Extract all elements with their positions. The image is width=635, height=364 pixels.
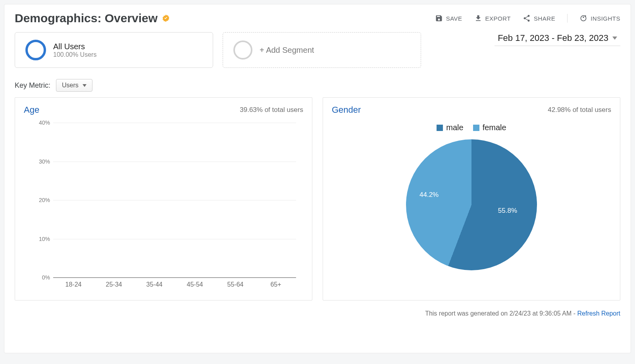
gender-pie-chart: 44.2% 55.8% <box>406 139 537 270</box>
page-title: Demographics: Overview <box>15 12 170 25</box>
verified-badge-icon <box>162 14 170 23</box>
pie-label-female: 44.2% <box>419 191 439 199</box>
save-icon <box>435 14 443 22</box>
toolbar-actions: SAVE EXPORT SHARE INSIGHTS <box>435 14 620 23</box>
x-tick-label: 45-54 <box>175 281 215 288</box>
svg-point-1 <box>583 17 584 18</box>
segment-row: All Users 100.00% Users + Add Segment Fe… <box>4 28 631 68</box>
refresh-report-link[interactable]: Refresh Report <box>577 310 621 317</box>
x-tick-label: 18-24 <box>53 281 94 288</box>
key-metric-select[interactable]: Users <box>56 79 92 92</box>
age-panel-sub: 39.63% of total users <box>240 106 303 114</box>
gender-panel: Gender 42.98% of total users male female… <box>323 97 620 300</box>
age-bars <box>53 123 296 278</box>
share-button[interactable]: SHARE <box>523 14 555 22</box>
export-icon <box>474 14 482 22</box>
x-tick-label: 55-64 <box>215 281 256 288</box>
footer-text: This report was generated on 2/24/23 at … <box>425 310 575 317</box>
gender-panel-head: Gender 42.98% of total users <box>332 105 611 115</box>
report-footer: This report was generated on 2/24/23 at … <box>4 308 631 324</box>
insights-icon <box>579 14 587 22</box>
chevron-down-icon <box>83 84 87 87</box>
legend-swatch-female <box>473 125 479 131</box>
page-title-text: Demographics: Overview <box>15 12 158 25</box>
segment-circle-icon <box>25 40 46 60</box>
segment-texts: All Users 100.00% Users <box>53 42 96 58</box>
y-tick-label: 30% <box>30 158 50 165</box>
share-label: SHARE <box>534 15 555 22</box>
date-range-picker[interactable]: Feb 17, 2023 - Feb 23, 2023 <box>495 32 620 46</box>
save-label: SAVE <box>446 15 462 22</box>
x-tick-label: 65+ <box>256 281 296 288</box>
gender-legend: male female <box>332 123 611 132</box>
x-tick-label: 25-34 <box>94 281 134 288</box>
key-metric-row: Key Metric: Users <box>4 68 631 97</box>
export-label: EXPORT <box>485 15 511 22</box>
save-button[interactable]: SAVE <box>435 14 462 22</box>
date-range-value: Feb 17, 2023 - Feb 23, 2023 <box>498 33 608 43</box>
toolbar-divider <box>567 14 568 23</box>
export-button[interactable]: EXPORT <box>474 14 511 22</box>
legend-swatch-male <box>437 125 443 131</box>
legend-male-label: male <box>446 123 463 132</box>
add-segment-circle-icon <box>233 40 252 60</box>
y-tick-label: 0% <box>30 274 50 281</box>
chevron-down-icon <box>612 37 617 40</box>
top-bar: Demographics: Overview SAVE EXPORT SHARE… <box>4 4 631 28</box>
insights-label: INSIGHTS <box>591 15 620 22</box>
age-panel-head: Age 39.63% of total users <box>24 105 303 115</box>
pie-label-male: 55.8% <box>498 207 517 215</box>
key-metric-label: Key Metric: <box>15 81 50 90</box>
legend-female: female <box>473 123 506 132</box>
segment-all-users[interactable]: All Users 100.00% Users <box>15 32 213 68</box>
legend-female-label: female <box>483 123 506 132</box>
insights-button[interactable]: INSIGHTS <box>579 14 620 22</box>
charts-row: Age 39.63% of total users 40%30%20%10%0%… <box>4 97 631 308</box>
age-panel: Age 39.63% of total users 40%30%20%10%0%… <box>15 97 312 300</box>
add-segment-button[interactable]: + Add Segment <box>223 32 421 68</box>
svg-point-2 <box>585 15 586 17</box>
y-tick-label: 20% <box>30 197 50 203</box>
pie-wrap: 44.2% 55.8% <box>332 139 611 270</box>
age-chart-baseline <box>53 277 296 278</box>
segment-name: All Users <box>53 42 96 51</box>
y-tick-label: 10% <box>30 236 50 242</box>
share-icon <box>523 14 531 22</box>
add-segment-label: + Add Segment <box>260 46 314 55</box>
gender-panel-sub: 42.98% of total users <box>548 106 611 114</box>
age-bar-chart: 40%30%20%10%0% <box>53 123 296 278</box>
segment-sub: 100.00% Users <box>53 51 96 58</box>
x-tick-label: 35-44 <box>134 281 175 288</box>
gender-panel-title[interactable]: Gender <box>332 105 361 115</box>
legend-male: male <box>437 123 463 132</box>
report-page: Demographics: Overview SAVE EXPORT SHARE… <box>4 4 631 353</box>
y-tick-label: 40% <box>30 119 50 126</box>
age-panel-title[interactable]: Age <box>24 105 39 115</box>
key-metric-value: Users <box>62 82 79 89</box>
age-x-labels: 18-2425-3435-4445-5455-6465+ <box>53 281 296 288</box>
